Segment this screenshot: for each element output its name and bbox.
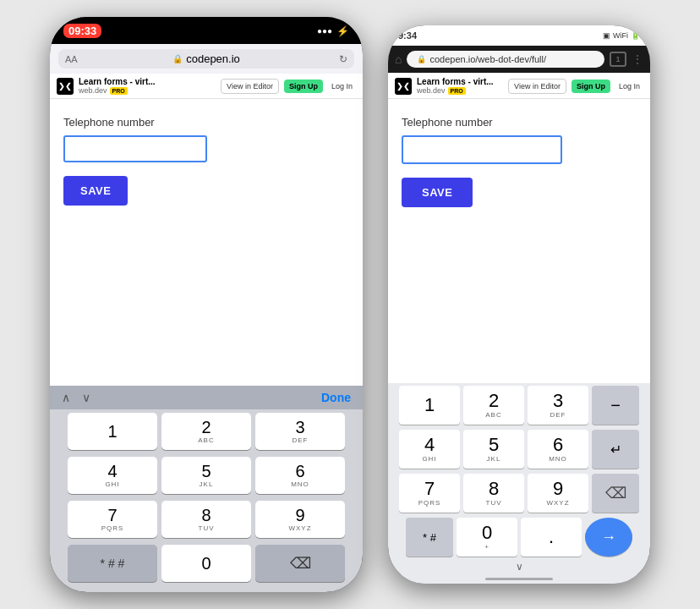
- login-button[interactable]: Log In: [328, 80, 356, 93]
- pro-badge: PRO: [110, 87, 128, 95]
- akey-9[interactable]: 9 WXYZ: [528, 474, 588, 513]
- key-0[interactable]: 0: [161, 545, 251, 582]
- arrow-up[interactable]: ∧: [62, 391, 70, 404]
- ios-toolbar: ❯❮ Learn forms - virt... web.dev PRO Vie…: [50, 74, 363, 99]
- android-site-domain: web.dev PRO: [417, 86, 503, 95]
- akey-star-hash[interactable]: * #: [406, 518, 453, 557]
- site-title: Learn forms - virt...: [79, 77, 216, 86]
- akey-5[interactable]: 5 JKL: [463, 430, 524, 469]
- android-key-row-4: * # 0 + . →: [388, 515, 650, 559]
- android-url-input[interactable]: 🔒 codepen.io/web-dot-dev/full/: [407, 51, 604, 68]
- akey-6[interactable]: 6 MNO: [528, 430, 588, 469]
- android-url-bar: ⌂ 🔒 codepen.io/web-dot-dev/full/ 1 ⋮: [388, 46, 650, 74]
- akey-0[interactable]: 0 +: [457, 518, 517, 557]
- ios-browser-chrome: AA 🔒 codepen.io ↻: [50, 44, 363, 74]
- telephone-input[interactable]: [63, 135, 207, 162]
- key-6[interactable]: 6 MNO: [255, 457, 345, 494]
- key-5[interactable]: 5 JKL: [161, 457, 251, 494]
- view-in-editor-button[interactable]: View in Editor: [221, 79, 279, 94]
- save-button[interactable]: SAVE: [63, 176, 128, 206]
- akey-7[interactable]: 7 PQRS: [399, 474, 460, 513]
- android-site-title: Learn forms - virt...: [417, 77, 503, 86]
- telephone-label: Telephone number: [63, 116, 349, 129]
- android-view-in-editor-button[interactable]: View in Editor: [508, 79, 566, 94]
- key-2[interactable]: 2 ABC: [161, 413, 251, 450]
- akey-go[interactable]: →: [585, 518, 632, 557]
- key-4[interactable]: 4 GHI: [68, 457, 157, 494]
- ios-status-time: 09:33: [63, 24, 101, 38]
- keyboard-chevron[interactable]: ∨: [388, 559, 650, 574]
- android-home-button[interactable]: ⌂: [395, 52, 402, 66]
- akey-8[interactable]: 8 TUV: [463, 474, 524, 513]
- android-url-text: codepen.io/web-dot-dev/full/: [429, 54, 546, 64]
- battery-icon: 🔋: [631, 31, 640, 40]
- ios-aa-button[interactable]: AA: [65, 54, 78, 64]
- site-domain: web.dev PRO: [79, 86, 216, 95]
- ios-url-text: codepen.io: [186, 52, 240, 65]
- android-pro-badge: PRO: [448, 87, 466, 95]
- ios-battery-icon: ⚡: [336, 25, 349, 37]
- akey-dot[interactable]: .: [521, 518, 582, 557]
- android-status-icons: ▣ WiFi 🔋: [603, 31, 640, 40]
- ios-keyboard[interactable]: ∧ ∨ Done 1 2 ABC 3 DEF: [50, 386, 363, 592]
- android-telephone-label: Telephone number: [402, 116, 637, 129]
- akey-delete[interactable]: ⌫: [592, 474, 639, 513]
- android-status-time: 9:34: [398, 30, 417, 41]
- key-delete[interactable]: ⌫: [255, 545, 345, 582]
- android-domain-text: web.dev: [417, 86, 446, 95]
- android-codepen-logo: ❯❮: [395, 78, 412, 95]
- signup-button[interactable]: Sign Up: [284, 80, 323, 93]
- key-7[interactable]: 7 PQRS: [68, 501, 157, 538]
- bottom-indicator: [485, 578, 553, 580]
- android-key-row-3: 7 PQRS 8 TUV 9 WXYZ ⌫: [388, 471, 650, 515]
- key-3[interactable]: 3 DEF: [255, 413, 345, 450]
- android-toolbar: ❯❮ Learn forms - virt... web.dev PRO Vie…: [388, 74, 650, 99]
- ios-url-bar[interactable]: AA 🔒 codepen.io ↻: [58, 49, 354, 69]
- android-save-button[interactable]: SAVE: [402, 178, 473, 207]
- android-site-info: Learn forms - virt... web.dev PRO: [417, 77, 503, 95]
- android-telephone-input[interactable]: [402, 135, 562, 164]
- key-8[interactable]: 8 TUV: [161, 501, 251, 538]
- key-9[interactable]: 9 WXYZ: [255, 501, 345, 538]
- android-tab-button[interactable]: 1: [610, 52, 626, 67]
- ios-phone: 09:33 ●●● ⚡ AA 🔒 codepen.io ↻ ❯❮ Learn f…: [50, 17, 363, 592]
- akey-1[interactable]: 1: [399, 386, 460, 425]
- key-row-1: 1 2 ABC 3 DEF: [52, 413, 360, 450]
- key-row-4: * # # 0 ⌫: [52, 545, 360, 589]
- done-button[interactable]: Done: [321, 391, 351, 404]
- key-special[interactable]: * # #: [68, 545, 157, 582]
- key-row-3: 7 PQRS 8 TUV 9 WXYZ: [52, 501, 360, 538]
- ios-page-content: Telephone number SAVE: [50, 99, 363, 386]
- android-menu-button[interactable]: ⋮: [632, 52, 643, 66]
- akey-backspace-enter[interactable]: ↵: [592, 430, 639, 469]
- android-signup-button[interactable]: Sign Up: [571, 80, 610, 93]
- android-key-row-2: 4 GHI 5 JKL 6 MNO ↵: [388, 427, 650, 471]
- wifi-icon: WiFi: [613, 31, 628, 40]
- ios-keyboard-rows: 1 2 ABC 3 DEF 4 GHI 5 JKL: [50, 409, 363, 592]
- codepen-logo: ❯❮: [57, 78, 74, 95]
- ios-refresh-button[interactable]: ↻: [339, 53, 347, 65]
- site-info: Learn forms - virt... web.dev PRO: [79, 77, 216, 95]
- android-keyboard[interactable]: 1 2 ABC 3 DEF − 4 GHI 5 JKL: [388, 383, 650, 584]
- android-status-bar: 9:34 ▣ WiFi 🔋: [388, 25, 650, 46]
- android-key-row-1: 1 2 ABC 3 DEF −: [388, 383, 650, 427]
- android-login-button[interactable]: Log In: [615, 80, 643, 93]
- sim-icon: ▣: [603, 31, 610, 40]
- ios-lock-icon: 🔒: [172, 54, 183, 63]
- android-phone: 9:34 ▣ WiFi 🔋 ⌂ 🔒 codepen.io/web-dot-dev…: [388, 25, 650, 584]
- akey-2[interactable]: 2 ABC: [463, 386, 524, 425]
- nav-arrows[interactable]: ∧ ∨: [62, 391, 90, 404]
- android-page-content: Telephone number SAVE: [388, 99, 650, 383]
- keyboard-bottom-bar: [388, 574, 650, 584]
- android-lock-icon: 🔒: [417, 55, 426, 63]
- akey-4[interactable]: 4 GHI: [399, 430, 460, 469]
- key-row-2: 4 GHI 5 JKL 6 MNO: [52, 457, 360, 494]
- arrow-down[interactable]: ∨: [82, 391, 90, 404]
- domain-text: web.dev: [79, 86, 107, 95]
- keyboard-toolbar: ∧ ∨ Done: [50, 386, 363, 409]
- akey-minus[interactable]: −: [592, 386, 639, 425]
- akey-3[interactable]: 3 DEF: [528, 386, 588, 425]
- key-1[interactable]: 1: [68, 413, 157, 450]
